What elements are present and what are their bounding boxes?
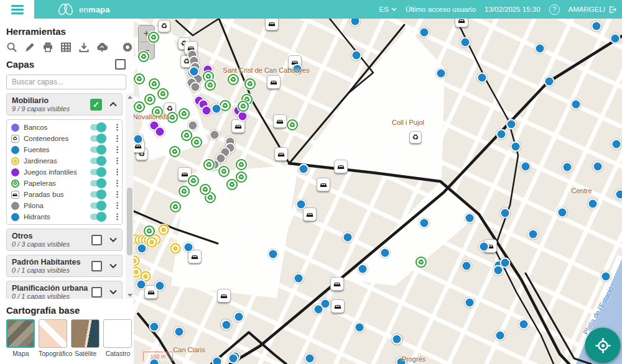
juegos-infantiles-marker[interactable] — [202, 106, 212, 116]
fuente-marker[interactable] — [174, 327, 185, 337]
papelera-marker[interactable]: ♻ — [179, 186, 190, 197]
layer-row-bancos[interactable]: Bancos⋮ — [11, 122, 118, 133]
chevron-up-icon[interactable] — [109, 102, 117, 107]
user-menu[interactable]: AMARGELI — [569, 6, 617, 14]
group-checkbox[interactable] — [91, 287, 102, 298]
papelera-marker[interactable]: ♻ — [238, 101, 249, 112]
layer-row-hidrants[interactable]: Hidrants⋮ — [11, 211, 118, 222]
chevron-down-icon[interactable] — [109, 237, 117, 242]
basemap-satélite[interactable]: Satélite — [71, 319, 100, 357]
jardinera-marker[interactable] — [159, 225, 169, 235]
papelera-marker[interactable]: ♻ — [181, 130, 192, 141]
help-button[interactable]: ? — [549, 4, 560, 15]
papelera-marker[interactable]: ♻ — [134, 73, 145, 84]
papelera-marker[interactable]: ♻ — [218, 166, 230, 177]
layer-options-kebab-icon[interactable]: ⋮ — [113, 135, 118, 142]
layer-visibility-toggle[interactable] — [90, 180, 105, 186]
papelera-marker[interactable]: ♻ — [169, 146, 180, 157]
layer-options-kebab-icon[interactable]: ⋮ — [113, 124, 118, 130]
papelera-marker[interactable]: ♻ — [134, 101, 145, 112]
fuente-marker[interactable] — [610, 34, 621, 44]
fuente-marker[interactable] — [460, 37, 471, 48]
parada-bus-marker[interactable] — [265, 19, 279, 30]
parada-bus-marker[interactable] — [317, 178, 330, 191]
layers-scrollbar[interactable] — [126, 93, 134, 299]
group-checkbox[interactable] — [91, 235, 102, 245]
scroll-down-icon[interactable] — [126, 291, 134, 299]
layer-row-paradas-bus[interactable]: Paradas bus⋮ — [11, 189, 118, 200]
jardinera-marker[interactable] — [170, 243, 181, 254]
layer-row-papeleras[interactable]: ♻Papeleras⋮ — [11, 178, 118, 189]
fuente-marker[interactable] — [477, 73, 488, 83]
papelera-marker[interactable]: ♻ — [287, 119, 298, 130]
layer-options-kebab-icon[interactable]: ⋮ — [113, 202, 118, 209]
papelera-marker[interactable]: ♻ — [138, 51, 149, 62]
fuente-marker[interactable] — [234, 312, 244, 322]
parada-bus-marker[interactable] — [330, 277, 344, 291]
papelera-marker[interactable]: ♻ — [244, 78, 256, 89]
layer-group-mobiliario[interactable]: Mobiliario9 / 9 capas visibles✓ — [6, 93, 123, 116]
fuente-marker[interactable] — [521, 162, 531, 172]
fuente-marker[interactable] — [479, 242, 490, 252]
fuente-marker[interactable] — [462, 261, 472, 271]
layer-visibility-toggle[interactable] — [90, 158, 105, 164]
layer-group-padrón-habitantes[interactable]: Padrón Habitantes0 / 1 capas visibles — [6, 255, 123, 277]
fuente-marker[interactable] — [228, 353, 239, 364]
fuente-marker[interactable] — [544, 76, 555, 87]
layer-group-otros[interactable]: Otros0 / 3 capas visibles — [6, 229, 123, 251]
fuente-marker[interactable] — [495, 330, 506, 341]
layer-visibility-toggle[interactable] — [90, 147, 105, 153]
papelera-marker[interactable]: ♻ — [157, 88, 169, 99]
papelera-marker[interactable]: ♻ — [149, 78, 160, 89]
fuente-marker[interactable] — [137, 243, 147, 254]
layer-visibility-toggle[interactable] — [90, 124, 105, 130]
fuente-marker[interactable] — [380, 248, 391, 258]
layer-row-juegos-infantiles[interactable]: Juegos infantiles⋮ — [11, 166, 118, 178]
layer-options-kebab-icon[interactable]: ⋮ — [113, 147, 118, 153]
layer-options-kebab-icon[interactable]: ⋮ — [113, 214, 118, 220]
fuente-marker[interactable] — [419, 218, 430, 229]
papelera-marker[interactable]: ♻ — [179, 108, 190, 119]
fuente-marker[interactable] — [136, 280, 147, 290]
fuente-marker[interactable] — [155, 281, 165, 291]
tool-pencil-button[interactable] — [24, 42, 35, 53]
fuente-marker[interactable] — [355, 322, 365, 333]
fuente-marker[interactable] — [506, 119, 517, 130]
fuente-marker[interactable] — [396, 357, 407, 364]
layer-options-kebab-icon[interactable]: ⋮ — [113, 180, 118, 186]
fuente-marker[interactable] — [294, 273, 304, 284]
basemap-mapa[interactable]: Mapa — [6, 319, 35, 357]
group-checkbox[interactable] — [91, 261, 102, 271]
fuente-marker[interactable] — [601, 271, 611, 282]
papelera-marker[interactable]: ♻ — [191, 137, 202, 148]
fuente-marker[interactable] — [351, 50, 362, 61]
fuente-marker[interactable] — [212, 357, 223, 364]
layer-row-fuentes[interactable]: Fuentes⋮ — [11, 144, 118, 155]
language-selector[interactable]: ES — [379, 6, 397, 13]
layer-search-input[interactable] — [6, 75, 126, 89]
layer-row-pilona[interactable]: Pilona⋮ — [11, 200, 118, 211]
fuente-marker[interactable] — [519, 319, 529, 330]
fuente-marker[interactable] — [615, 189, 622, 200]
layer-options-kebab-icon[interactable]: ⋮ — [113, 158, 118, 164]
juegos-infantiles-marker[interactable] — [155, 127, 165, 137]
fuente-marker[interactable] — [343, 232, 353, 243]
group-checkbox[interactable]: ✓ — [90, 99, 102, 111]
fuente-marker[interactable] — [500, 208, 511, 219]
layer-group-planificación-urbana[interactable]: Planificación urbana0 / 1 capas visibles — [6, 281, 123, 299]
papelera-marker[interactable]: ♻ — [203, 159, 215, 170]
fuente-marker[interactable] — [149, 322, 160, 332]
layer-visibility-toggle[interactable] — [90, 169, 105, 175]
pilona-marker[interactable] — [210, 130, 220, 140]
fuente-marker[interactable] — [305, 353, 315, 364]
papelera-marker[interactable]: ♻ — [236, 159, 247, 170]
fuente-marker[interactable] — [313, 304, 324, 315]
fuente-marker[interactable] — [465, 298, 475, 308]
pilona-marker[interactable] — [190, 82, 201, 93]
papelera-marker[interactable]: ♻ — [167, 112, 178, 123]
chevron-down-icon[interactable] — [109, 263, 117, 268]
fuente-marker[interactable] — [149, 358, 160, 364]
fuente-marker[interactable] — [592, 21, 602, 32]
fuente-marker[interactable] — [611, 139, 622, 150]
locate-me-button[interactable] — [585, 328, 621, 363]
